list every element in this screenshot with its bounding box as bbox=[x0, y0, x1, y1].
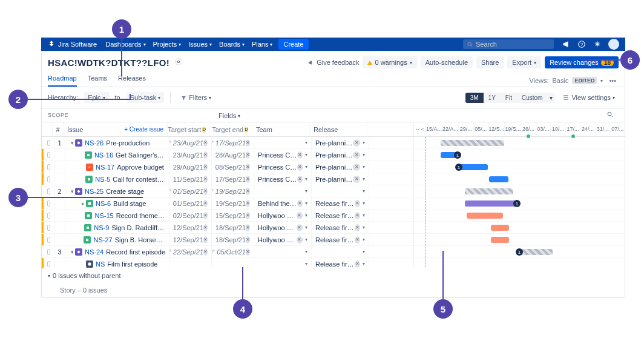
export-button[interactable]: Export▾ bbox=[507, 56, 541, 68]
row-checkbox[interactable] bbox=[47, 261, 50, 267]
target-end-cell[interactable]: 08/Sep/21✕ bbox=[212, 161, 254, 173]
clear-icon[interactable]: ✕ bbox=[246, 236, 250, 244]
release-cell[interactable]: ▾ bbox=[312, 185, 369, 197]
clear-icon[interactable]: ✕ bbox=[297, 151, 303, 159]
target-end-cell[interactable]: 28/Aug/21✕ bbox=[212, 149, 254, 161]
settings-icon[interactable] bbox=[593, 39, 602, 49]
clear-icon[interactable]: ✕ bbox=[246, 188, 250, 195]
expand-icon[interactable]: ▾ bbox=[69, 140, 75, 146]
timeline-bar[interactable]: 1 bbox=[519, 249, 553, 255]
timeline-scroll-arrows[interactable]: ↔ < bbox=[413, 122, 426, 136]
give-feedback-link[interactable]: Give feedback bbox=[307, 59, 359, 66]
timeline-bar[interactable]: 1 bbox=[459, 164, 488, 170]
team-cell[interactable]: ▾ bbox=[254, 258, 312, 268]
target-end-cell[interactable]: 18/Sep/21✕ bbox=[212, 222, 254, 233]
target-start-cell[interactable]: 29/Aug/21✕ bbox=[169, 161, 212, 173]
clear-icon[interactable]: ✕ bbox=[353, 176, 360, 183]
clear-icon[interactable]: ✕ bbox=[355, 260, 360, 268]
target-start-cell[interactable]: 12/Sep/21✕ bbox=[169, 234, 212, 245]
table-row[interactable]: 3▾NS-24Record first episode↱22/Sep/21✕↱0… bbox=[42, 246, 413, 258]
clear-icon[interactable]: ✕ bbox=[246, 248, 250, 256]
release-cell[interactable]: Release first epi…✕▾ bbox=[312, 222, 369, 233]
clear-icon[interactable]: ✕ bbox=[203, 224, 208, 231]
target-start-cell[interactable]: 23/Aug/21✕ bbox=[169, 149, 212, 161]
timeline-bar[interactable] bbox=[489, 176, 508, 182]
table-row[interactable]: NS-9Sign D. Radcliffe for pilot12/Sep/21… bbox=[42, 222, 413, 234]
issue-key[interactable]: NS-16 bbox=[94, 151, 113, 159]
team-cell[interactable]: ▾ bbox=[254, 137, 312, 148]
release-marker[interactable] bbox=[571, 134, 576, 139]
clear-icon[interactable]: ✕ bbox=[297, 164, 303, 171]
clear-icon[interactable]: ✕ bbox=[355, 200, 360, 207]
release-cell[interactable]: Pre-planning✕▾ bbox=[312, 149, 369, 161]
nav-projects[interactable]: Projects▾ bbox=[153, 41, 182, 48]
clear-icon[interactable]: ✕ bbox=[203, 248, 208, 256]
auto-schedule-button[interactable]: Auto-schedule bbox=[421, 56, 473, 68]
target-end-cell[interactable]: 18/Sep/21✕ bbox=[212, 234, 254, 245]
clear-icon[interactable]: ✕ bbox=[246, 176, 250, 183]
issue-key[interactable]: NS-15 bbox=[94, 212, 113, 219]
clear-icon[interactable]: ✕ bbox=[297, 176, 303, 183]
scale-custom[interactable]: Custom bbox=[517, 93, 547, 103]
review-changes-button[interactable]: Review changes18 bbox=[545, 56, 619, 68]
tab-teams[interactable]: Teams bbox=[88, 75, 107, 87]
table-row[interactable]: NSFilm first episode▾Release first epi…✕… bbox=[42, 258, 413, 268]
table-row[interactable]: 2▾NS-25Create stage↱01/Sep/21✕↱19/Sep/21… bbox=[42, 185, 413, 197]
target-start-cell[interactable]: 11/Sep/21✕ bbox=[169, 173, 212, 185]
release-cell[interactable]: Release first epi…✕▾ bbox=[312, 234, 369, 245]
nav-plans[interactable]: Plans▾ bbox=[252, 41, 273, 48]
create-button[interactable]: Create bbox=[278, 39, 308, 50]
scope-search-icon[interactable] bbox=[606, 111, 614, 119]
target-end-cell[interactable]: 17/Sep/21✕ bbox=[212, 173, 254, 185]
issue-key[interactable]: NS-6 bbox=[96, 200, 111, 207]
row-checkbox[interactable] bbox=[47, 164, 50, 170]
view-settings-button[interactable]: View settings▾ bbox=[559, 92, 619, 103]
release-cell[interactable]: Pre-planning✕▾ bbox=[312, 161, 369, 173]
row-checkbox[interactable] bbox=[47, 176, 50, 182]
global-search[interactable]: Search bbox=[463, 39, 554, 49]
target-end-cell[interactable]: 15/Sep/21✕ bbox=[212, 210, 254, 221]
clear-icon[interactable]: ✕ bbox=[355, 236, 360, 244]
clear-icon[interactable]: ✕ bbox=[246, 139, 250, 147]
jira-logo[interactable]: Jira Software bbox=[47, 40, 97, 48]
col-release[interactable]: Release bbox=[310, 122, 367, 136]
target-end-cell[interactable]: ↱05/Oct/21✕ bbox=[212, 246, 254, 257]
team-cell[interactable]: Hollywoo Stars✕▾ bbox=[254, 222, 312, 233]
issue-key[interactable]: NS-17 bbox=[96, 164, 114, 171]
target-end-cell[interactable]: ↱17/Sep/21✕ bbox=[212, 137, 254, 148]
table-row[interactable]: NS-27Sign B. Horseman for pilot12/Sep/21… bbox=[42, 234, 413, 246]
clear-icon[interactable]: ✕ bbox=[246, 200, 250, 207]
clear-icon[interactable]: ✕ bbox=[246, 224, 250, 231]
table-row[interactable]: NS-5Call for contestants11/Sep/21✕17/Sep… bbox=[42, 173, 413, 185]
timeline-bar[interactable] bbox=[467, 213, 503, 219]
expand-icon[interactable]: ▸ bbox=[80, 200, 86, 207]
clear-icon[interactable]: ✕ bbox=[355, 224, 360, 231]
clear-icon[interactable]: ✕ bbox=[353, 139, 360, 147]
release-marker[interactable] bbox=[526, 134, 531, 139]
issue-key[interactable]: NS-24 bbox=[85, 248, 104, 256]
target-start-cell[interactable]: 12/Sep/21✕ bbox=[169, 222, 212, 233]
table-row[interactable]: NS-16Get Salinger's signoff23/Aug/21✕28/… bbox=[42, 149, 413, 161]
team-cell[interactable]: Princess Carolin…✕▾ bbox=[254, 149, 312, 161]
row-checkbox[interactable] bbox=[47, 140, 50, 146]
warnings-button[interactable]: 0 warnings▾ bbox=[363, 56, 416, 68]
scale-1y[interactable]: 1Y bbox=[484, 93, 501, 103]
col-number[interactable]: # bbox=[53, 122, 64, 136]
release-cell[interactable]: Release first epi…✕▾ bbox=[312, 210, 369, 221]
issues-without-parent[interactable]: ▾0 issues without parent bbox=[42, 268, 625, 283]
team-cell[interactable]: Princess Carolin…✕▾ bbox=[254, 161, 312, 173]
team-cell[interactable]: Behind the scen…✕▾ bbox=[254, 197, 312, 209]
clear-icon[interactable]: ✕ bbox=[353, 151, 360, 159]
clear-icon[interactable]: ✕ bbox=[203, 200, 208, 207]
release-cell[interactable]: Pre-planning✕▾ bbox=[312, 173, 369, 185]
issue-key[interactable]: NS-9 bbox=[94, 224, 109, 231]
table-row[interactable]: NS-17Approve budget29/Aug/21✕08/Sep/21✕P… bbox=[42, 161, 413, 173]
team-cell[interactable]: Princess Carolin…✕▾ bbox=[254, 173, 312, 185]
team-cell[interactable]: ▾ bbox=[254, 185, 312, 197]
plan-settings-icon[interactable] bbox=[174, 58, 183, 68]
timeline-bar[interactable]: 1 bbox=[441, 152, 458, 158]
release-cell[interactable]: Release first epi…✕▾ bbox=[312, 197, 369, 209]
clear-icon[interactable]: ✕ bbox=[246, 164, 250, 171]
megaphone-icon[interactable] bbox=[561, 39, 571, 49]
clear-icon[interactable]: ✕ bbox=[297, 200, 303, 207]
